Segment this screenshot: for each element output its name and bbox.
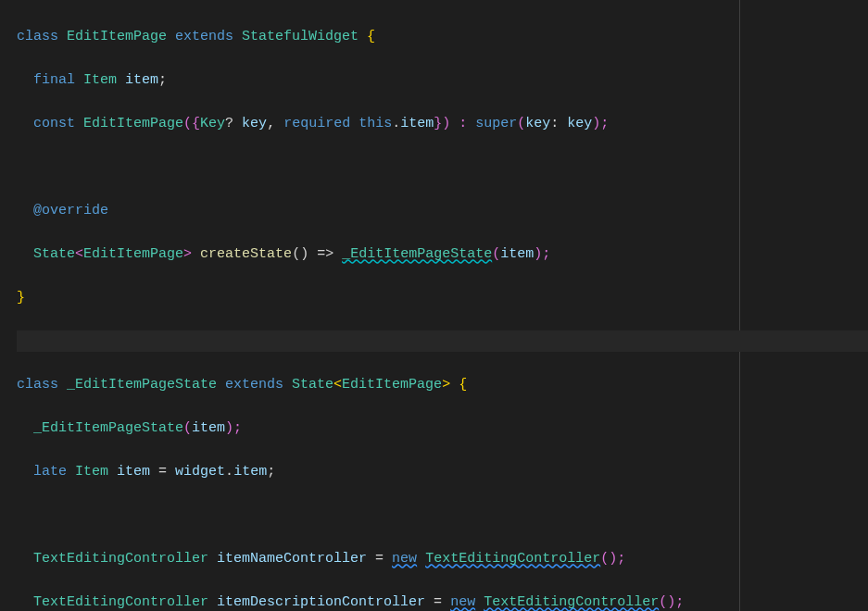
return-class: _EditItemPageState — [342, 246, 492, 262]
code-line[interactable]: _EditItemPageState(item); — [17, 418, 868, 440]
base-class: StatefulWidget — [242, 29, 359, 44]
generic-type: EditItemPage — [83, 246, 183, 262]
type: State — [33, 246, 75, 262]
keyword-const: const — [33, 116, 83, 131]
ref: widget — [175, 464, 225, 480]
constructor-call: TextEditingController — [425, 551, 600, 567]
keyword-class: class — [17, 377, 67, 393]
keyword-required: required — [283, 116, 359, 131]
field-name: item — [125, 72, 158, 88]
code-line[interactable]: class _EditItemPageState extends State<E… — [17, 374, 868, 396]
code-line[interactable] — [17, 505, 868, 527]
field-name: itemNameController — [217, 551, 367, 567]
brace: { — [359, 29, 375, 44]
class-name: EditItemPage — [67, 29, 167, 44]
type: TextEditingController — [33, 551, 208, 567]
class-name: _EditItemPageState — [67, 377, 217, 393]
constructor-name: EditItemPage — [83, 116, 183, 131]
code-line[interactable]: @override — [17, 200, 868, 222]
field-name: itemDescriptionController — [217, 594, 425, 610]
code-line[interactable]: const EditItemPage({Key? key, required t… — [17, 113, 868, 135]
named-arg: key — [525, 116, 550, 131]
brace: }) : — [434, 116, 475, 131]
param: item — [192, 420, 225, 436]
brace: ({ — [183, 116, 200, 131]
annotation-override: @override — [33, 203, 108, 218]
code-line[interactable]: TextEditingController itemNameController… — [17, 548, 868, 570]
keyword-final: final — [33, 72, 83, 88]
keyword-late: late — [33, 464, 75, 480]
method-name: createState — [200, 246, 292, 262]
prop: item — [233, 464, 267, 480]
arg: item — [500, 246, 534, 262]
keyword-class: class — [17, 29, 67, 44]
brace: ); — [592, 116, 609, 131]
param: key — [242, 116, 267, 131]
code-line[interactable] — [17, 156, 868, 179]
type: Item — [75, 464, 108, 480]
keyword-new: new — [450, 594, 475, 610]
type: TextEditingController — [33, 594, 208, 610]
brace: { — [450, 377, 467, 393]
constructor-name: _EditItemPageState — [33, 420, 183, 436]
brace: } — [17, 290, 25, 306]
code-line[interactable]: TextEditingController itemDescriptionCon… — [17, 592, 868, 612]
keyword-extends: extends — [217, 377, 292, 393]
code-line[interactable]: } — [17, 287, 868, 309]
type: Key — [200, 116, 225, 131]
code-line[interactable]: class EditItemPage extends StatefulWidge… — [17, 26, 868, 48]
code-line[interactable]: State<EditItemPage> createState() => _Ed… — [17, 243, 868, 266]
code-line-active[interactable] — [17, 330, 868, 353]
keyword-super: super — [475, 116, 517, 131]
constructor-call: TextEditingController — [484, 594, 659, 610]
base-class: State — [292, 377, 333, 393]
param: item — [400, 116, 434, 131]
field-name: item — [117, 464, 150, 480]
generic-type: EditItemPage — [342, 377, 442, 393]
keyword-this: this — [359, 116, 392, 131]
code-line[interactable]: final Item item; — [17, 69, 868, 92]
type: Item — [83, 72, 117, 88]
semicolon: ; — [158, 72, 167, 88]
indent — [17, 72, 33, 88]
keyword-new: new — [392, 551, 417, 567]
code-editor[interactable]: class EditItemPage extends StatefulWidge… — [0, 0, 868, 611]
code-line[interactable]: late Item item = widget.item; — [17, 461, 868, 483]
keyword-extends: extends — [167, 29, 242, 44]
arg: key — [567, 116, 592, 131]
